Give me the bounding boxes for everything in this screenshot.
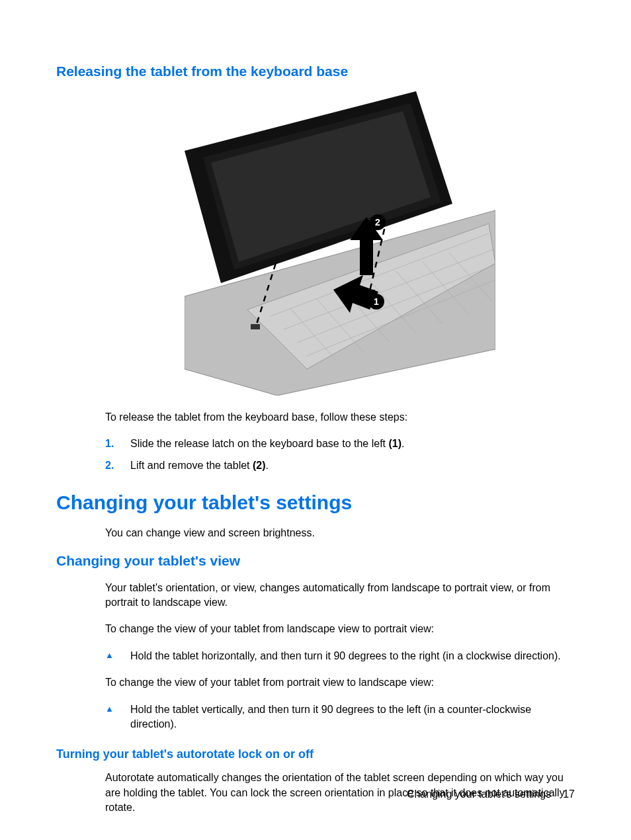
heading-releasing-tablet: Releasing the tablet from the keyboard b… [56, 63, 575, 79]
release-steps: Slide the release latch on the keyboard … [105, 437, 575, 473]
svg-text:2: 2 [375, 217, 380, 228]
step-1-text-c: . [401, 438, 404, 449]
heading-changing-view: Changing your tablet's view [56, 553, 575, 569]
intro-release: To release the tablet from the keyboard … [105, 410, 575, 425]
step-1-text-a: Slide the release latch on the keyboard … [130, 438, 388, 449]
heading-autorotate: Turning your tablet's autorotate lock on… [56, 747, 575, 761]
view-p2: To change the view of your tablet from l… [105, 622, 575, 636]
document-page: Releasing the tablet from the keyboard b… [0, 0, 631, 815]
step-2-bold: (2) [253, 460, 266, 471]
settings-intro: You can change view and screen brightnes… [105, 526, 575, 540]
page-footer: Changing your tablet's settings17 [407, 788, 575, 800]
view-bullets-1: Hold the tablet horizontally, and then t… [105, 649, 575, 663]
figure-container: 2 1 [105, 91, 575, 398]
view-bullet-1: Hold the tablet horizontally, and then t… [105, 649, 575, 663]
view-p1: Your tablet's orientation, or view, chan… [105, 581, 575, 610]
step-2-text-c: . [266, 460, 269, 471]
footer-label: Changing your tablet's settings [407, 788, 551, 800]
page-number: 17 [563, 788, 575, 800]
svg-text:1: 1 [374, 296, 379, 307]
view-p3: To change the view of your tablet from p… [105, 675, 575, 690]
tablet-release-figure: 2 1 [185, 91, 495, 396]
heading-changing-settings: Changing your tablet's settings [56, 491, 575, 514]
step-2-text-a: Lift and remove the tablet [130, 460, 253, 471]
view-bullets-2: Hold the tablet vertically, and then tur… [105, 702, 575, 732]
svg-rect-18 [251, 324, 260, 329]
step-1: Slide the release latch on the keyboard … [105, 437, 575, 451]
step-1-bold: (1) [388, 438, 401, 449]
step-2: Lift and remove the tablet (2). [105, 458, 575, 473]
view-bullet-2: Hold the tablet vertically, and then tur… [105, 702, 575, 732]
